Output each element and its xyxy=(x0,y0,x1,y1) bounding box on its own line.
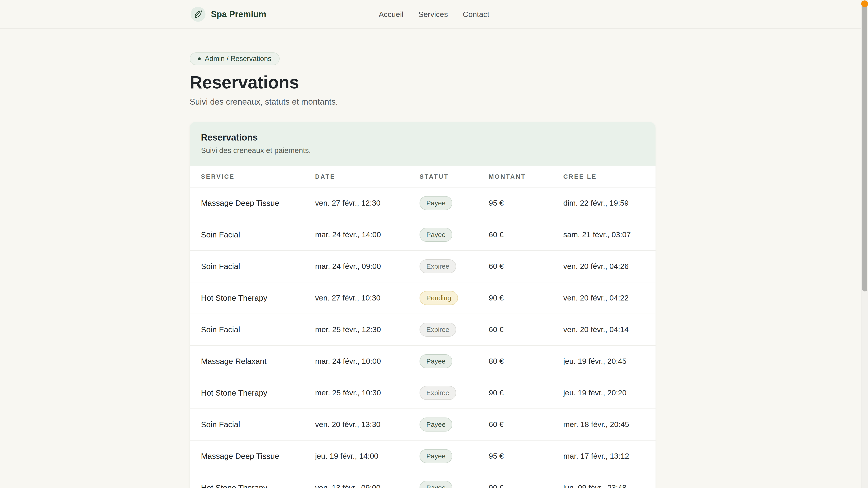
status-badge: Payee xyxy=(420,196,452,210)
table-row: Soin Facialmar. 24 févr., 09:00Expiree60… xyxy=(190,251,655,282)
breadcrumb-label: Admin / Reservations xyxy=(205,55,272,63)
cell-status: Payee xyxy=(420,187,489,219)
cell-status: Payee xyxy=(420,409,489,440)
cell-amount: 60 € xyxy=(489,314,563,346)
cell-created: sam. 21 févr., 03:07 xyxy=(563,219,655,251)
table-row: Soin Facialven. 20 févr., 13:30Payee60 €… xyxy=(190,409,655,440)
status-badge: Expiree xyxy=(420,323,456,337)
status-badge: Payee xyxy=(420,449,452,463)
cell-created: jeu. 19 févr., 20:45 xyxy=(563,346,655,377)
brand: Spa Premium xyxy=(191,7,266,22)
column-header-service: SERVICE xyxy=(190,166,315,187)
table-row: Massage Deep Tissuejeu. 19 févr., 14:00P… xyxy=(190,440,655,472)
main-content: Admin / Reservations Reservations Suivi … xyxy=(190,29,655,488)
status-badge: Payee xyxy=(420,418,452,431)
cell-amount: 60 € xyxy=(489,409,563,440)
cell-created: ven. 20 févr., 04:26 xyxy=(563,251,655,282)
cell-service: Hot Stone Therapy xyxy=(190,377,315,409)
cell-service: Soin Facial xyxy=(190,251,315,282)
cell-date: ven. 27 févr., 10:30 xyxy=(315,282,420,314)
table-header: SERVICE DATE STATUT MONTANT CREE LE xyxy=(190,166,655,187)
cell-date: ven. 13 févr., 09:00 xyxy=(315,472,420,488)
cell-date: ven. 20 févr., 13:30 xyxy=(315,409,420,440)
cell-created: mar. 17 févr., 13:12 xyxy=(563,440,655,472)
page-title: Reservations xyxy=(190,72,655,93)
cell-amount: 90 € xyxy=(489,472,563,488)
card-header: Reservations Suivi des creneaux et paiem… xyxy=(190,122,655,166)
orange-indicator-dot xyxy=(861,0,868,7)
cell-date: mar. 24 févr., 14:00 xyxy=(315,219,420,251)
cell-amount: 80 € xyxy=(489,346,563,377)
table-row: Hot Stone Therapymer. 25 févr., 10:30Exp… xyxy=(190,377,655,409)
breadcrumb-dot-icon xyxy=(198,57,201,60)
status-badge: Pending xyxy=(420,291,458,305)
cell-created: ven. 20 févr., 04:22 xyxy=(563,282,655,314)
nav-link-accueil[interactable]: Accueil xyxy=(379,10,403,19)
status-badge: Payee xyxy=(420,228,452,242)
cell-amount: 60 € xyxy=(489,251,563,282)
status-badge: Expiree xyxy=(420,386,456,400)
status-badge: Expiree xyxy=(420,259,456,273)
status-badge: Payee xyxy=(420,481,452,488)
cell-created: mer. 18 févr., 20:45 xyxy=(563,409,655,440)
cell-created: lun. 09 févr., 23:48 xyxy=(563,472,655,488)
reservations-table: SERVICE DATE STATUT MONTANT CREE LE Mass… xyxy=(190,166,655,488)
table-row: Soin Facialmar. 24 févr., 14:00Payee60 €… xyxy=(190,219,655,251)
cell-service: Massage Deep Tissue xyxy=(190,187,315,219)
cell-service: Massage Deep Tissue xyxy=(190,440,315,472)
card-title: Reservations xyxy=(201,132,644,142)
table-row: Massage Relaxantmar. 24 févr., 10:00Paye… xyxy=(190,346,655,377)
status-badge: Payee xyxy=(420,354,452,368)
cell-status: Payee xyxy=(420,219,489,251)
table-row: Hot Stone Therapyven. 13 févr., 09:00Pay… xyxy=(190,472,655,488)
table-row: Soin Facialmer. 25 févr., 12:30Expiree60… xyxy=(190,314,655,346)
cell-amount: 60 € xyxy=(489,219,563,251)
brand-name: Spa Premium xyxy=(211,9,266,19)
spa-logo xyxy=(191,7,206,22)
scrollbar-track[interactable] xyxy=(861,0,868,488)
column-header-montant: MONTANT xyxy=(489,166,563,187)
cell-status: Payee xyxy=(420,346,489,377)
cell-amount: 90 € xyxy=(489,377,563,409)
cell-amount: 95 € xyxy=(489,440,563,472)
cell-date: mar. 24 févr., 10:00 xyxy=(315,346,420,377)
top-nav: Spa Premium Accueil Services Contact xyxy=(0,0,868,29)
cell-status: Expiree xyxy=(420,251,489,282)
card-subtitle: Suivi des creneaux et paiements. xyxy=(201,146,644,155)
nav-link-services[interactable]: Services xyxy=(418,10,448,19)
leaf-icon xyxy=(193,10,203,19)
cell-created: jeu. 19 févr., 20:20 xyxy=(563,377,655,409)
cell-service: Soin Facial xyxy=(190,314,315,346)
cell-amount: 95 € xyxy=(489,187,563,219)
cell-status: Expiree xyxy=(420,377,489,409)
cell-date: mer. 25 févr., 10:30 xyxy=(315,377,420,409)
cell-status: Payee xyxy=(420,440,489,472)
column-header-statut: STATUT xyxy=(420,166,489,187)
cell-service: Soin Facial xyxy=(190,219,315,251)
cell-service: Massage Relaxant xyxy=(190,346,315,377)
cell-created: ven. 20 févr., 04:14 xyxy=(563,314,655,346)
column-header-date: DATE xyxy=(315,166,420,187)
main-nav: Accueil Services Contact xyxy=(379,10,489,19)
breadcrumb: Admin / Reservations xyxy=(190,53,280,65)
cell-created: dim. 22 févr., 19:59 xyxy=(563,187,655,219)
cell-service: Soin Facial xyxy=(190,409,315,440)
cell-service: Hot Stone Therapy xyxy=(190,282,315,314)
table-row: Massage Deep Tissueven. 27 févr., 12:30P… xyxy=(190,187,655,219)
cell-date: mar. 24 févr., 09:00 xyxy=(315,251,420,282)
reservations-table-body: Massage Deep Tissueven. 27 févr., 12:30P… xyxy=(190,187,655,488)
nav-link-contact[interactable]: Contact xyxy=(463,10,489,19)
cell-date: jeu. 19 févr., 14:00 xyxy=(315,440,420,472)
cell-status: Payee xyxy=(420,472,489,488)
reservations-card: Reservations Suivi des creneaux et paiem… xyxy=(190,122,655,488)
column-header-cree-le: CREE LE xyxy=(563,166,655,187)
cell-status: Pending xyxy=(420,282,489,314)
table-row: Hot Stone Therapyven. 27 févr., 10:30Pen… xyxy=(190,282,655,314)
cell-amount: 90 € xyxy=(489,282,563,314)
cell-date: mer. 25 févr., 12:30 xyxy=(315,314,420,346)
cell-status: Expiree xyxy=(420,314,489,346)
scrollbar-thumb[interactable] xyxy=(862,1,867,291)
page-subtitle: Suivi des creneaux, statuts et montants. xyxy=(190,97,655,107)
cell-service: Hot Stone Therapy xyxy=(190,472,315,488)
cell-date: ven. 27 févr., 12:30 xyxy=(315,187,420,219)
